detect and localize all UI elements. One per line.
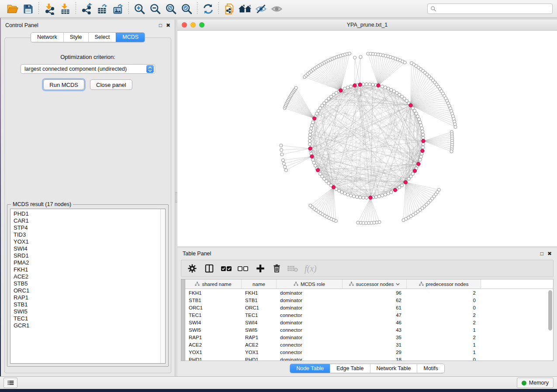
mcds-result-item[interactable]: ACE2: [14, 273, 165, 280]
table-row[interactable]: RAP1RAP1dominator352: [185, 334, 553, 341]
search-input[interactable]: [438, 5, 550, 12]
mcds-result-item[interactable]: YOX1: [14, 238, 165, 245]
vertical-splitter[interactable]: [175, 20, 177, 376]
export-network-icon[interactable]: [79, 1, 94, 16]
network-window-titlebar[interactable]: YPA_prune.txt_1: [177, 20, 557, 31]
table-toolbar: f(x): [181, 260, 554, 277]
tab-style[interactable]: Style: [63, 33, 88, 42]
zoom-fit-icon[interactable]: [163, 1, 179, 16]
cell-mcds-role: connector: [277, 326, 343, 334]
zoom-selected-icon[interactable]: [179, 1, 194, 16]
mcds-result-item[interactable]: SRD1: [14, 252, 165, 259]
column-header-label: name: [253, 282, 265, 287]
mcds-result-item[interactable]: PMA2: [14, 259, 165, 266]
open-folder-icon[interactable]: [4, 1, 20, 16]
tab-node-table[interactable]: Node Table: [290, 364, 330, 373]
column-header-shared-name[interactable]: shared name: [185, 279, 242, 289]
tab-motifs[interactable]: Motifs: [417, 364, 444, 373]
cell-successor-nodes: 18: [343, 356, 407, 361]
network-graph[interactable]: [177, 31, 557, 246]
mcds-result-item[interactable]: ORC1: [14, 287, 165, 294]
table-row[interactable]: FKH1FKH1dominator962: [185, 289, 553, 296]
function-builder-icon[interactable]: f(x): [304, 262, 317, 275]
main-toolbar: [0, 0, 557, 18]
mcds-result-item[interactable]: STP4: [14, 224, 165, 231]
attribute-tree-icon: [349, 282, 354, 286]
mcds-result-item[interactable]: SWI4: [14, 245, 165, 252]
mcds-result-item[interactable]: PHD1: [14, 210, 165, 217]
refresh-icon[interactable]: [200, 1, 216, 16]
task-history-button[interactable]: [3, 378, 17, 388]
window-close-light[interactable]: [182, 22, 187, 28]
tab-edge-table[interactable]: Edge Table: [330, 364, 370, 373]
mcds-result-list[interactable]: PHD1CAR1STP4TID3YOX1SWI4SRD1PMA2FKH1ACE2…: [10, 209, 166, 364]
deselect-all-checkboxes-icon[interactable]: [237, 262, 249, 275]
optimization-criterion-select[interactable]: largest connected component (undirected): [21, 64, 155, 74]
float-panel-icon[interactable]: □: [540, 251, 543, 256]
mcds-result-item[interactable]: TEC1: [14, 315, 165, 322]
close-panel-button[interactable]: Close panel: [90, 79, 132, 90]
column-header-name[interactable]: name: [242, 279, 277, 289]
table-row[interactable]: ACE2ACE2connector311: [185, 341, 553, 348]
close-panel-icon[interactable]: ✖: [547, 251, 552, 256]
delete-table-icon[interactable]: [287, 262, 298, 275]
import-table-icon[interactable]: [57, 1, 73, 16]
show-column-icon[interactable]: [204, 262, 214, 275]
table-row[interactable]: ORC1ORC1dominator610: [185, 304, 553, 311]
toolbar-separator: [197, 2, 197, 15]
table-panel: Table Panel □ ✖: [177, 248, 557, 376]
table-row[interactable]: PHD1PHD1dominator180: [185, 356, 553, 361]
mcds-result-item[interactable]: SWI5: [14, 308, 165, 315]
new-network-file-icon[interactable]: [221, 1, 237, 16]
zoom-in-icon[interactable]: [131, 1, 147, 16]
cell-predecessor-nodes: 0: [407, 296, 481, 304]
save-icon[interactable]: [20, 1, 36, 16]
mcds-result-item[interactable]: STB1: [14, 301, 165, 308]
column-header-mcds-role[interactable]: MCDS role: [277, 279, 343, 289]
mcds-result-item[interactable]: TID3: [14, 231, 165, 238]
float-panel-icon[interactable]: □: [159, 23, 162, 28]
window-zoom-light[interactable]: [199, 22, 204, 28]
splitter-handle[interactable]: [175, 192, 177, 203]
mcds-result-item[interactable]: STB5: [14, 280, 165, 287]
window-minimize-light[interactable]: [190, 22, 196, 28]
cell-name: PHD1: [242, 356, 277, 361]
zoom-out-icon[interactable]: [147, 1, 163, 16]
add-row-icon[interactable]: [256, 262, 265, 275]
cell-filler: [481, 356, 553, 361]
tab-network-table[interactable]: Network Table: [370, 364, 417, 373]
select-all-checkboxes-icon[interactable]: [221, 262, 232, 275]
mcds-list-scrollbar[interactable]: [160, 209, 165, 363]
import-network-icon[interactable]: [42, 1, 57, 16]
houses-icon[interactable]: [237, 1, 253, 16]
mcds-result-item[interactable]: FKH1: [14, 266, 165, 273]
close-panel-icon[interactable]: ✖: [166, 23, 170, 28]
mcds-result-item[interactable]: GCR1: [14, 322, 165, 329]
export-table-icon[interactable]: [94, 1, 110, 16]
tab-network[interactable]: Network: [31, 33, 63, 42]
table-row[interactable]: TEC1TEC1connector472: [185, 311, 553, 319]
cell-shared-name: TEC1: [185, 311, 242, 319]
column-header-successor-nodes[interactable]: successor nodes: [343, 279, 407, 289]
export-image-icon[interactable]: [110, 1, 126, 16]
mcds-result-item[interactable]: RAP1: [14, 294, 165, 301]
tab-select[interactable]: Select: [88, 33, 116, 42]
table-row[interactable]: SWI4SWI4dominator462: [185, 319, 553, 326]
hide-eye-icon[interactable]: [253, 1, 269, 16]
network-view-canvas[interactable]: [177, 31, 557, 246]
table-row[interactable]: STB1STB1dominator620: [185, 296, 553, 304]
cell-mcds-role: dominator: [277, 319, 343, 326]
table-row[interactable]: SWI5SWI5connector431: [185, 326, 553, 334]
show-eye-icon[interactable]: [269, 1, 284, 16]
tab-mcds[interactable]: MCDS: [116, 33, 145, 42]
settings-gear-icon[interactable]: [187, 262, 197, 275]
cell-successor-nodes: 62: [343, 296, 407, 304]
table-row-gutter: [181, 279, 185, 361]
table-row[interactable]: YOX1YOX1connector291: [185, 348, 553, 356]
delete-row-icon[interactable]: [272, 262, 281, 275]
memory-button[interactable]: Memory: [517, 378, 554, 388]
run-mcds-button[interactable]: Run MCDS: [43, 79, 84, 90]
table-scrollbar-thumb[interactable]: [548, 290, 552, 330]
mcds-result-item[interactable]: CAR1: [14, 217, 165, 224]
column-header-predecessor-nodes[interactable]: predecessor nodes: [407, 279, 481, 289]
